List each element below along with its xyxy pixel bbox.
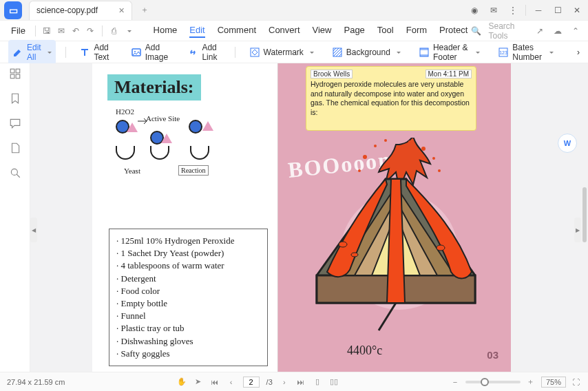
next-page-button[interactable]: › (280, 378, 289, 386)
edit-all-button[interactable]: Edit All (8, 40, 56, 65)
page-total: /3 (266, 378, 273, 386)
search-panel-icon[interactable] (9, 167, 21, 179)
active-site-label: Active Site (146, 114, 180, 123)
collapse-ribbon-icon[interactable]: ⌃ (570, 24, 581, 38)
kebab-menu-icon[interactable]: ⋮ (506, 3, 520, 17)
add-image-button[interactable]: Add Image (127, 40, 174, 65)
save-icon[interactable]: 🖫 (41, 24, 53, 38)
link-icon (187, 47, 198, 58)
two-page-icon[interactable]: ▯▯ (329, 377, 339, 386)
comment-body: Hydrogen peroxide molecules are very uns… (311, 80, 472, 118)
list-item: Safty goggles (116, 348, 260, 360)
close-window-button[interactable]: ✕ (570, 3, 584, 17)
prev-page-button[interactable]: ‹ (227, 378, 236, 386)
comment-annotation[interactable]: Brook Wells Mon 4:11 PM Hydrogen peroxid… (306, 66, 476, 131)
menu-home[interactable]: Home (154, 23, 178, 38)
svg-point-21 (358, 169, 361, 172)
document-tab[interactable]: science-copy.pdf ✕ (29, 1, 132, 20)
page-dimensions: 27.94 x 21.59 cm (7, 378, 65, 386)
bates-label: Bates Number (512, 43, 543, 62)
menu-view[interactable]: View (313, 23, 332, 38)
header-footer-icon (419, 47, 430, 58)
cloud-icon[interactable]: ☁ (552, 24, 563, 38)
background-button[interactable]: Background (328, 44, 405, 61)
edit-icon (12, 47, 23, 58)
file-menu[interactable]: File (7, 23, 30, 39)
bates-number-button[interactable]: 123 Bates Number (494, 40, 558, 65)
list-item: 4 tablespoons of warm water (116, 260, 260, 272)
list-item: Empty bottle (116, 297, 260, 310)
toolbar-more-icon[interactable]: › (577, 47, 580, 57)
temperature-label: 4400°c (347, 344, 382, 358)
text-icon (79, 47, 90, 58)
zoom-in-button[interactable]: ＋ (526, 377, 536, 387)
page-right: Brook Wells Mon 4:11 PM Hydrogen peroxid… (278, 63, 511, 372)
share-icon[interactable]: ↗ (534, 24, 545, 38)
zoom-slider[interactable] (465, 381, 521, 383)
menu-edit[interactable]: Edit (189, 23, 204, 38)
header-footer-button[interactable]: Header & Footer (414, 40, 484, 65)
zoom-out-button[interactable]: − (450, 378, 460, 386)
right-panel-toggle[interactable]: ▶ (574, 218, 581, 242)
svg-point-17 (384, 139, 387, 142)
reaction-label: Reaction (178, 165, 209, 176)
svg-rect-5 (420, 48, 428, 50)
list-item: Food color (116, 285, 260, 297)
zoom-value[interactable]: 75% (541, 377, 566, 388)
new-tab-button[interactable]: ＋ (138, 3, 151, 17)
account-icon[interactable]: ◉ (468, 3, 481, 17)
minimize-button[interactable]: ─ (532, 3, 545, 17)
header-footer-label: Header & Footer (433, 43, 470, 62)
search-icon[interactable]: 🔍 (470, 24, 481, 38)
select-tool-icon[interactable]: ➤ (193, 377, 203, 386)
add-link-label: Add Link (202, 43, 221, 62)
svg-rect-10 (16, 69, 20, 73)
background-label: Background (346, 47, 390, 57)
add-image-label: Add Image (145, 43, 170, 62)
scrollbar-thumb[interactable] (582, 187, 587, 242)
tab-close-icon[interactable]: ✕ (118, 6, 125, 15)
export-word-icon[interactable]: W (558, 134, 577, 153)
add-text-button[interactable]: Add Text (75, 40, 116, 65)
menu-convert[interactable]: Convert (269, 23, 300, 38)
page-input[interactable] (243, 377, 260, 388)
svg-point-15 (363, 155, 367, 159)
left-panel-toggle[interactable]: ◀ (30, 218, 37, 242)
undo-icon[interactable]: ↶ (70, 24, 82, 38)
divider (525, 5, 526, 16)
page-number: 03 (487, 349, 498, 361)
bookmark-icon[interactable] (9, 92, 21, 105)
svg-point-23 (339, 242, 347, 247)
yeast-label: Yeast (124, 167, 140, 175)
svg-rect-9 (10, 69, 14, 73)
svg-point-18 (408, 140, 411, 143)
mail-icon[interactable]: ✉ (56, 24, 67, 38)
print-icon[interactable]: ⎙ (108, 24, 120, 38)
thumbnails-icon[interactable] (9, 67, 21, 80)
redo-icon[interactable]: ↷ (85, 24, 96, 38)
zoom-slider-thumb[interactable] (481, 378, 489, 386)
first-page-button[interactable]: ⏮ (210, 378, 220, 386)
print-dropdown[interactable] (123, 24, 134, 38)
svg-point-22 (438, 169, 441, 172)
watermark-button[interactable]: Watermark (245, 44, 318, 61)
reaction-diagram: H2O2 Active Site Yeast Reaction (113, 112, 277, 194)
maximize-button[interactable]: ☐ (551, 3, 565, 17)
menu-comment[interactable]: Comment (218, 23, 256, 38)
menu-protect[interactable]: Protect (439, 23, 468, 38)
hand-tool-icon[interactable]: ✋ (177, 377, 187, 386)
notification-icon[interactable]: ✉ (487, 3, 501, 17)
comment-time: Mon 4:11 PM (426, 70, 472, 78)
search-tools-input[interactable]: Search Tools (488, 21, 527, 41)
last-page-button[interactable]: ⏭ (296, 378, 306, 386)
menu-form[interactable]: Form (406, 23, 427, 38)
add-link-button[interactable]: Add Link (183, 40, 225, 65)
list-item: Detergent (116, 273, 260, 285)
list-item: Plastic tray or tub (116, 322, 260, 335)
fit-screen-icon[interactable]: ⛶ (571, 378, 581, 386)
attachment-icon[interactable] (9, 142, 21, 154)
menu-page[interactable]: Page (344, 23, 364, 38)
menu-tool[interactable]: Tool (377, 23, 394, 38)
comment-panel-icon[interactable] (9, 117, 21, 129)
single-page-icon[interactable]: ▯ (313, 377, 322, 386)
